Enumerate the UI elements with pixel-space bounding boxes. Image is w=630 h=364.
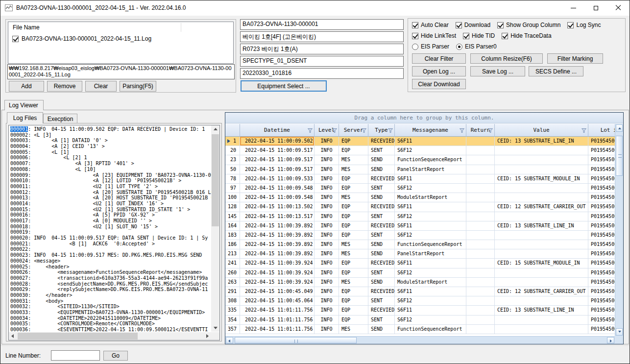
checkbox-auto-clear[interactable]: Auto Clear [412, 22, 449, 28]
grid-row[interactable]: 1282022-04-15 11:00:13.502INFOEQPRECEVIE… [225, 202, 615, 212]
log-line[interactable]: 000016: <A [5] PPID 'GX-92' > [10, 212, 211, 218]
grid-row[interactable]: 3082022-04-15 11:00:45.064INFOEQPSENTS6F… [225, 296, 615, 306]
file-list-item[interactable]: BA0723-OVNA-1130-000001_2022-04-15_11.Lo… [12, 35, 151, 42]
grid-scroll-right-button[interactable] [607, 337, 614, 343]
log-line[interactable]: 000012: <A [20] SUBSTRATE_ID 'P019545002… [10, 190, 211, 195]
checkbox-hide-linktest[interactable]: Hide LinkTest [412, 32, 456, 39]
line-number-input[interactable] [51, 350, 100, 361]
log-line[interactable]: 000015: <U2 [1] SUBSTRATED_ID_STATE '1' … [10, 207, 211, 213]
clear-button[interactable]: Clear [85, 81, 117, 92]
column-header-messagename[interactable]: Messagename [395, 124, 466, 137]
radio-eis-parser0[interactable]: EIS Parser0 [456, 43, 497, 50]
equipment-id-field[interactable]: BA0723-OVNA-1130-000001 [240, 19, 404, 30]
log-line[interactable]: 000013: <A [20] HOST_SUBSTRATE_ID 'P0195… [10, 195, 211, 201]
grid-scroll-up-button[interactable] [616, 124, 623, 132]
clear-filter-button[interactable]: Clear Filter [412, 53, 466, 64]
grid-row[interactable]: 2412022-04-15 11:00:39.924INFOEQPRECEVIE… [225, 259, 615, 268]
grid-row[interactable]: 2912022-04-15 11:00:45.049INFOEQPRECEVIE… [225, 287, 615, 296]
checkbox-show-group-column[interactable]: Show Group Column [497, 22, 560, 28]
radio-box[interactable] [456, 44, 462, 50]
maximize-button[interactable] [584, 0, 607, 15]
spectype-field[interactable]: SPECTYPE_01_DSENT [240, 56, 404, 67]
remove-button[interactable]: Remove [47, 81, 82, 92]
log-line[interactable]: 000003: <A [1] DATAID '0' > [10, 138, 211, 144]
equipment-line-field[interactable]: R0723 베이킹 1호(A) [240, 44, 404, 54]
grid-row[interactable]: 1642022-04-15 11:00:39.892INFOEQPRECEVIE… [225, 221, 615, 231]
column-header-value[interactable]: Value [495, 124, 588, 137]
log-line[interactable]: 000011: <U2 [1] LOT_TYPE '2' > [10, 184, 211, 190]
clear-download-button[interactable]: Clear Download [412, 79, 466, 89]
checkbox-log-sync[interactable]: Log Sync [567, 22, 601, 28]
log-hscroll-thumb[interactable] [18, 333, 138, 340]
grid-row[interactable]: 202022-04-15 11:00:09.517INFOEQPSENTS6F1… [225, 146, 615, 155]
column-header-level[interactable]: Level [315, 124, 339, 137]
log-line[interactable]: 000024: <message> [10, 258, 211, 264]
log-line[interactable]: 000005: <L [1] [10, 149, 211, 155]
log-line[interactable]: 000034: <DATETIME>20220415110009</DATETI… [10, 315, 211, 321]
radio-box[interactable] [412, 44, 418, 50]
grid-vscroll-thumb[interactable] [616, 136, 623, 176]
log-line[interactable]: 000014: <U2 [1] OUT_INDEX '16' > [10, 201, 211, 207]
parsing-button[interactable]: Parsing(F5) [120, 81, 156, 92]
log-line[interactable]: 000009: <A [23] EQUIPMENT_ID 'BA0723-OVN… [10, 172, 211, 178]
grid-row[interactable]: 1452022-04-15 11:00:13.517INFOEQPSENTS6F… [225, 212, 615, 221]
log-line[interactable]: 000006: <L [2] 1 [10, 155, 211, 161]
grid-row[interactable]: 232022-04-15 11:00:09.517INFOMESSENDFunc… [225, 155, 615, 165]
checkbox-box[interactable] [502, 33, 508, 39]
log-line[interactable]: 000027: <transactionid>610a3736-55a3-414… [10, 275, 211, 281]
checkbox-box[interactable] [567, 22, 574, 28]
grid-row[interactable]: 12022-04-15 11:00:09.502INFOEQPRECEVIEDS… [225, 137, 615, 146]
log-line[interactable]: 000020: INFO 04-15 11:00:09.517 EQP: DAT… [10, 235, 211, 241]
grid-row[interactable]: 2632022-04-15 11:00:39.924INFOMESSENDMod… [225, 278, 615, 287]
grid-row[interactable]: 972022-04-15 11:00:09.548INFOEQPSENTS6F1… [225, 184, 615, 193]
checkbox-box[interactable] [463, 33, 469, 39]
checkbox-box[interactable] [412, 22, 418, 28]
log-line[interactable]: 000023: INFO 04-15 11:00:09.517 MES: DD.… [10, 252, 211, 258]
log-line[interactable]: 000021: <B [1] ACKC6 '0:Accepted' > [10, 241, 211, 247]
log-line[interactable]: 000004: <A [2] CEID '13' > [10, 144, 211, 149]
minimize-button[interactable] [562, 0, 584, 15]
log-line[interactable]: 000026: <messagename>FunctionSequenceRep… [10, 269, 211, 275]
log-vscroll-thumb[interactable] [212, 134, 219, 226]
grid-row[interactable]: 3542022-04-15 11:01:11.756INFOEQPSENTS6F… [225, 315, 615, 325]
tab-log-viewer[interactable]: Log Viewer [4, 100, 44, 110]
file-path-box[interactable]: ₩₩192.168.8.217₩eisap03_eislog₩BA0723-OV… [7, 64, 235, 79]
grid-row[interactable]: 3572022-04-15 11:01:11.756INFOMESSENDFun… [225, 325, 615, 334]
log-line[interactable]: 000010: <A [12] LOTID 'P0195450021B' > [10, 178, 211, 184]
close-button[interactable] [607, 0, 630, 15]
checkbox-hide-tracedata[interactable]: Hide TraceData [502, 32, 551, 39]
open-log-button[interactable]: Open Log ... [412, 66, 466, 76]
secs-define-button[interactable]: SECS Define ... [529, 66, 583, 76]
grid-row[interactable]: 3352022-04-15 11:01:11.756INFOEQPRECEVIE… [225, 306, 615, 315]
checkbox-hide-tid[interactable]: Hide TID [463, 32, 495, 39]
tab-log-files[interactable]: Log Files [7, 112, 43, 123]
log-line[interactable]: 000022: [10, 246, 211, 252]
log-line[interactable]: 000002: <L [3] [10, 132, 211, 138]
log-line[interactable]: 000025: <header> [10, 264, 211, 270]
grid-scroll-down-button[interactable] [616, 328, 623, 336]
grid-vertical-scrollbar[interactable] [615, 124, 623, 336]
log-vertical-scrollbar[interactable] [211, 125, 219, 332]
grid-group-panel[interactable]: Drag a column here to group by this colu… [225, 113, 623, 123]
column-header-server[interactable]: Server [339, 124, 368, 137]
column-header-type[interactable]: Type [368, 124, 395, 137]
equipment-select-button[interactable]: Equipment Select ... [241, 80, 327, 92]
checkbox-download[interactable]: Download [456, 22, 490, 28]
grid-horizontal-scrollbar[interactable] [225, 336, 615, 344]
file-list-column-header[interactable]: File Name [13, 24, 40, 31]
file-checkbox[interactable] [12, 36, 19, 42]
grid-row[interactable]: 1832022-04-15 11:00:39.892INFOEQPSENTS6F… [225, 231, 615, 240]
log-line[interactable]: 000032: <SITEID>1130</SITEID> [10, 304, 211, 310]
save-log-button[interactable]: Save Log ... [470, 66, 525, 76]
grid-scroll-left-button[interactable] [226, 337, 233, 343]
add-button[interactable]: Add [9, 81, 44, 92]
log-line[interactable]: 000019: [10, 229, 211, 235]
log-text-panel[interactable]: 000001: INFO 04-15 11:00:09.502 EQP: DAT… [8, 125, 220, 340]
column-header-lot-id[interactable]: Lot id [588, 124, 615, 137]
log-line[interactable]: 000008: <L [10] [10, 167, 211, 172]
log-line[interactable]: 000033: <EQUIPMENTID>BA0723-OVNA-1130-00… [10, 310, 211, 315]
checkbox-box[interactable] [497, 22, 504, 28]
grid-hscroll-thumb[interactable] [235, 337, 357, 343]
column-resize-button[interactable]: Column Resize(F6) [470, 53, 543, 64]
column-header-datetime[interactable]: Datetime [240, 124, 315, 137]
